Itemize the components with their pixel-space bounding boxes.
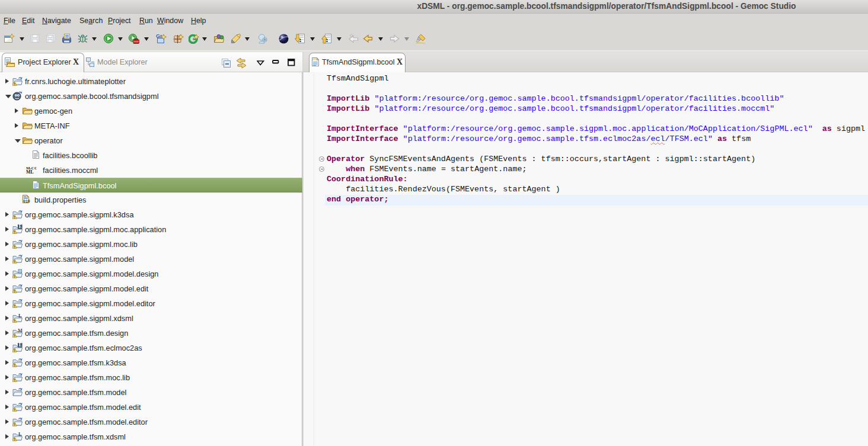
svg-text:Gr: Gr [156,34,162,39]
